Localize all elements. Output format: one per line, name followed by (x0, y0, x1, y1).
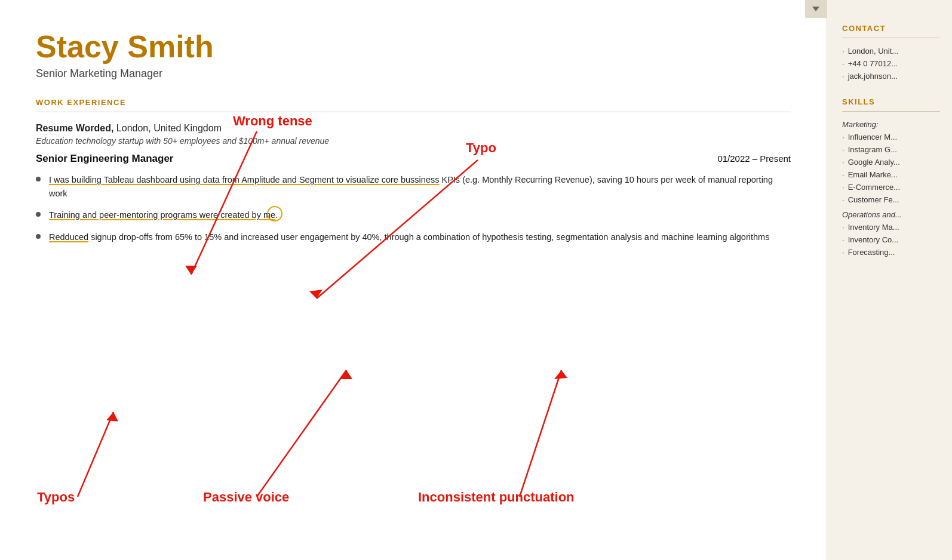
typos-label: Typos (37, 490, 75, 504)
sidebar-skills-section: SKILLS Marketing: · Influencer M... · In… (842, 97, 940, 257)
job-title: Senior Engineering Manager (36, 153, 174, 165)
svg-marker-7 (339, 370, 352, 379)
sidebar-skill-8: · Inventory Co... (842, 235, 940, 244)
dropdown-arrow-icon (812, 7, 819, 11)
list-item: Redduced signup drop-offs from 65% to 15… (36, 230, 791, 244)
sidebar-skill-1: · Influencer M... (842, 133, 940, 141)
skills-category-marketing: Marketing: (842, 120, 940, 129)
job-title-row: Senior Engineering Manager 01/2022 – Pre… (36, 153, 791, 165)
annotation-overlay: Wrong tense Typo Typos Passive voice Inc… (0, 0, 827, 560)
sidebar-skill-7: · Inventory Ma... (842, 223, 940, 232)
typo-redduced: Redduced (49, 232, 88, 242)
bullet-dot (36, 177, 41, 181)
svg-marker-9 (554, 370, 567, 379)
sidebar-skills-header: SKILLS (842, 97, 940, 106)
work-experience-section: WORK EXPERIENCE Resume Worded, London, U… (36, 98, 791, 244)
company-subtitle: Education technology startup with 50+ em… (36, 136, 791, 146)
section-divider (36, 112, 791, 112)
company-name: Resume Worded, London, United Kingdom (36, 123, 791, 134)
sidebar-divider-skills (842, 111, 940, 112)
svg-marker-5 (106, 412, 118, 421)
sidebar-skill-6: · Customer Fe... (842, 195, 940, 204)
dropdown-button[interactable] (805, 0, 827, 18)
svg-line-6 (257, 370, 346, 497)
bullet-3-text: Redduced signup drop-offs from 65% to 15… (49, 230, 769, 244)
bullet-dot (36, 234, 41, 239)
bullet-list: I was building Tableau dashboard using d… (36, 173, 791, 244)
svg-marker-1 (185, 266, 197, 275)
sidebar-contact-header: CONTACT (842, 24, 940, 33)
typo-text: bussiness (401, 175, 439, 184)
resume-sidebar: CONTACT · London, Unit... · +44 0 77012.… (827, 0, 952, 560)
sidebar-skill-5: · E-Commerce... (842, 183, 940, 192)
sidebar-skill-3: · Google Analy... (842, 158, 940, 167)
job-dates: 01/2022 – Present (717, 153, 791, 164)
bullet-dot (36, 212, 41, 217)
bullet-2-text: Training and peer-mentoring programs wer… (49, 208, 278, 221)
sidebar-skill-2: · Instagram G... (842, 145, 940, 154)
wrong-tense-text: I was building Tableau dashboard using d… (49, 175, 401, 184)
sidebar-contact-phone: · +44 0 77012... (842, 59, 940, 68)
svg-line-8 (520, 370, 561, 497)
list-item: I was building Tableau dashboard using d… (36, 173, 791, 200)
circle-annotation: . (275, 208, 278, 221)
skills-category-operations: Operations and... (842, 210, 940, 219)
svg-line-4 (78, 412, 113, 497)
resume-main: Stacy Smith Senior Marketing Manager WOR… (0, 0, 827, 560)
company-name-bold: Resume Worded, (36, 123, 113, 133)
list-item: Training and peer-mentoring programs wer… (36, 208, 791, 221)
bullet-1-text: I was building Tableau dashboard using d… (49, 173, 791, 200)
passive-voice-text: Training and peer-mentoring programs wer… (49, 210, 275, 220)
passive-voice-label: Passive voice (203, 490, 289, 504)
candidate-title: Senior Marketing Manager (36, 67, 791, 80)
inconsistent-punctuation-label: Inconsistent punctuation (418, 490, 575, 504)
candidate-name: Stacy Smith (36, 30, 791, 64)
sidebar-contact-email: · jack.johnson... (842, 72, 940, 81)
sidebar-contact-location: · London, Unit... (842, 47, 940, 56)
company-name-rest: London, United Kingdom (116, 123, 222, 133)
sidebar-divider-contact (842, 38, 940, 38)
svg-marker-3 (309, 290, 323, 299)
sidebar-skill-4: · Email Marke... (842, 170, 940, 179)
section-header-work: WORK EXPERIENCE (36, 98, 791, 107)
sidebar-skill-9: · Forecasting... (842, 248, 940, 257)
